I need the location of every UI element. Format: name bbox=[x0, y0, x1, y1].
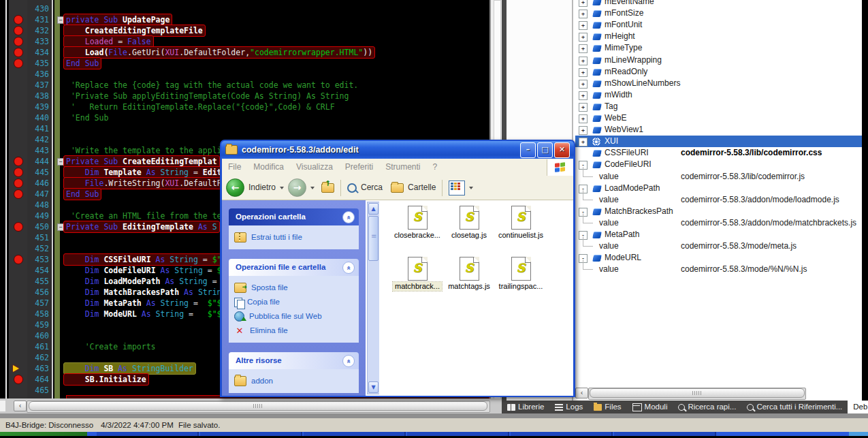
code-line[interactable]: 441 bbox=[0, 123, 502, 134]
breakpoint-icon[interactable] bbox=[14, 37, 23, 46]
expand-icon[interactable]: + bbox=[579, 103, 588, 112]
scroll-up-button[interactable]: ▲ bbox=[368, 203, 379, 215]
tree-item-mheight[interactable]: +mHeight bbox=[575, 31, 862, 42]
expand-icon[interactable]: + bbox=[579, 68, 588, 77]
windows-taskbar[interactable] bbox=[0, 432, 868, 436]
tasks-pane-scrollbar[interactable]: ▲ ▼ bbox=[367, 202, 380, 394]
search-button-label[interactable]: Cerca bbox=[361, 176, 383, 200]
expand-icon[interactable]: + bbox=[579, 44, 588, 53]
tree-item-matchbrackespath[interactable]: -MatchBrackesPath bbox=[575, 206, 862, 217]
tree-item-webe[interactable]: +WebE bbox=[575, 112, 862, 124]
tree-item-mwidth[interactable]: +mWidth bbox=[575, 89, 862, 101]
scroll-left-button[interactable]: ‹ bbox=[575, 388, 588, 398]
file-item-closetag-js[interactable]: Sclosetag.js bbox=[445, 206, 494, 240]
menu-item-strumenti[interactable]: Strumenti bbox=[379, 159, 426, 176]
forward-dropdown-caret[interactable] bbox=[310, 187, 315, 189]
taskbar-window-button[interactable] bbox=[509, 432, 613, 436]
tree-horizontal-scrollbar[interactable]: ‹ bbox=[575, 388, 805, 398]
back-dropdown-caret[interactable] bbox=[280, 187, 284, 189]
file-item-continuelist-js[interactable]: Scontinuelist.js bbox=[496, 206, 545, 240]
file-item-closebracke-[interactable]: Sclosebracke... bbox=[393, 206, 442, 240]
code-line[interactable]: 438 'Private Sub applyEditingTemplate(Co… bbox=[0, 91, 502, 101]
tree-item-mimetype[interactable]: +MimeType bbox=[575, 42, 862, 54]
code-line[interactable]: 432 CreateEditingTemplateFile bbox=[0, 25, 502, 36]
tree-item-mreadonly[interactable]: +mReadOnly bbox=[575, 66, 862, 78]
tab-cerca-tutti-i-riferimenti-[interactable]: Cerca tutti i Riferimenti... bbox=[741, 401, 848, 413]
breakpoint-icon[interactable] bbox=[14, 189, 23, 199]
taskbar-window-button[interactable] bbox=[406, 432, 509, 436]
code-line[interactable]: 440 'End Sub bbox=[0, 112, 502, 123]
folders-button-label[interactable]: Cartelle bbox=[408, 176, 436, 200]
explorer-title-bar[interactable]: codemirror-5.58.3/addon/edit – □ ✕ bbox=[221, 141, 574, 159]
explorer-window[interactable]: codemirror-5.58.3/addon/edit – □ ✕ FileM… bbox=[220, 140, 575, 397]
file-item-matchtags-js[interactable]: Smatchtags.js bbox=[445, 257, 494, 291]
menu-item-visualizza[interactable]: Visualizza bbox=[290, 159, 339, 176]
tab-librerie[interactable]: Librerie bbox=[502, 401, 549, 413]
code-line[interactable]: 437 'Replace the {code} tag with the act… bbox=[0, 80, 502, 91]
taskbar-window-button[interactable] bbox=[95, 432, 199, 436]
tree-item-tag[interactable]: +Tag bbox=[575, 101, 862, 112]
minimize-button[interactable]: – bbox=[520, 142, 536, 158]
tree-item-meventname[interactable]: +mEventName bbox=[575, 0, 862, 7]
tree-item-metapath[interactable]: -MetaPath bbox=[575, 229, 862, 240]
maximize-button[interactable]: □ bbox=[537, 142, 553, 158]
expand-icon[interactable]: + bbox=[579, 138, 588, 146]
tree-item-mfontunit[interactable]: +mFontUnit bbox=[575, 19, 862, 31]
tree-item-mshowlinenumbers[interactable]: +mShowLineNumbers bbox=[575, 78, 862, 89]
breakpoint-icon[interactable] bbox=[14, 15, 23, 25]
breakpoint-icon[interactable] bbox=[14, 222, 23, 232]
expand-icon[interactable]: + bbox=[579, 57, 588, 65]
expand-icon[interactable]: + bbox=[579, 114, 588, 123]
tree-item-value[interactable]: valuecodemirror-5.58.3/mode/meta.js bbox=[575, 240, 862, 252]
code-line[interactable]: 436 bbox=[0, 69, 502, 80]
code-line[interactable]: 433 Loaded = False bbox=[0, 36, 502, 47]
tree-item-modeurl[interactable]: -ModeURL bbox=[575, 252, 862, 264]
tree-item-loadmodepath[interactable]: -LoadModePath bbox=[575, 183, 862, 194]
task-item-pubblica-file-sul-web[interactable]: Pubblica file sul Web bbox=[234, 309, 356, 324]
expand-icon[interactable]: + bbox=[579, 10, 588, 18]
breakpoint-icon[interactable] bbox=[14, 178, 23, 188]
tree-item-value[interactable]: valuecodemirror-5.58.3/addon/mode/loadmo… bbox=[575, 194, 862, 206]
breakpoint-icon[interactable] bbox=[14, 168, 23, 177]
taskbar-window-button[interactable] bbox=[613, 432, 716, 436]
back-icon[interactable]: ← bbox=[226, 178, 244, 197]
tab-logs[interactable]: Logs bbox=[549, 401, 588, 413]
back-button-label[interactable]: Indietro bbox=[248, 176, 276, 200]
menu-item-file[interactable]: File bbox=[222, 159, 247, 176]
tasks-panel-header[interactable]: Altre risorse« bbox=[229, 352, 359, 369]
scroll-left-button[interactable]: ‹ bbox=[14, 401, 27, 411]
taskbar-window-button[interactable] bbox=[199, 432, 302, 436]
views-dropdown-caret[interactable] bbox=[469, 187, 473, 189]
scroll-down-button[interactable]: ▼ bbox=[368, 381, 379, 393]
tab-moduli[interactable]: Moduli bbox=[627, 401, 673, 413]
breakpoint-icon[interactable] bbox=[14, 26, 23, 35]
menu-item-[interactable]: ? bbox=[427, 159, 444, 176]
breakpoint-icon[interactable] bbox=[14, 157, 23, 166]
collapse-chevron-icon[interactable]: « bbox=[342, 262, 355, 274]
task-item-sposta-file[interactable]: Sposta file bbox=[234, 281, 356, 295]
file-item-trailingspac-[interactable]: Strailingspac... bbox=[496, 257, 545, 291]
code-line[interactable]: 430 bbox=[0, 3, 502, 14]
code-line[interactable]: 434 Load(File.GetUri(XUI.DefaultFolder,"… bbox=[0, 47, 502, 58]
expand-icon[interactable]: + bbox=[579, 21, 588, 30]
folders-icon[interactable] bbox=[391, 183, 404, 193]
tree-item-webview1[interactable]: +WebView1 bbox=[575, 124, 862, 136]
scrollbar-thumb[interactable] bbox=[590, 388, 805, 398]
tasks-panel-header[interactable]: Operazioni file e cartella« bbox=[229, 259, 359, 276]
task-item-addon[interactable]: addon bbox=[234, 374, 356, 388]
editor-hscrollbar-thumb[interactable] bbox=[29, 401, 487, 411]
forward-icon[interactable]: → bbox=[288, 178, 306, 197]
expand-icon[interactable]: + bbox=[579, 80, 588, 89]
tab-ricerca-rapi-[interactable]: Ricerca rapi... bbox=[673, 401, 741, 413]
left-splitter[interactable] bbox=[5, 0, 7, 413]
expand-icon[interactable]: + bbox=[579, 91, 588, 100]
task-item-elimina-file[interactable]: ✕Elimina file bbox=[234, 324, 356, 338]
tab-deb[interactable]: Deb bbox=[848, 401, 868, 413]
tree-item-value[interactable]: valuecodemirror-5.58.3/lib/codemirror.js bbox=[575, 171, 862, 183]
tree-item-value[interactable]: valuecodemirror-5.58.3/mode/%N/%N.js bbox=[575, 264, 862, 275]
breakpoint-icon[interactable] bbox=[14, 255, 23, 264]
start-button[interactable] bbox=[0, 432, 87, 436]
code-line[interactable]: 435End Sub bbox=[0, 58, 502, 69]
expand-icon[interactable]: + bbox=[579, 0, 588, 7]
up-folder-icon[interactable]: ↑ bbox=[321, 183, 334, 193]
